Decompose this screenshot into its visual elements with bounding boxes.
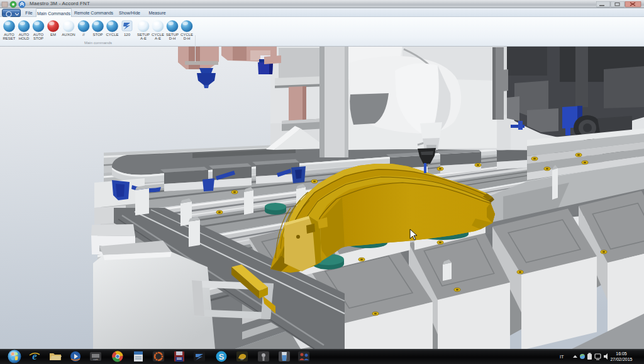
svg-text:GP: GP [240,358,244,361]
svg-text:AUTO: AUTO [4,33,14,37]
svg-text:A-E: A-E [140,37,147,40]
svg-text:S: S [219,352,225,361]
svg-text:STOP: STOP [33,37,43,40]
svg-text://: // [82,33,85,37]
svg-text:AUXON: AUXON [62,33,75,37]
svg-text:D-H: D-H [169,37,176,40]
svg-text:AUTO: AUTO [19,33,30,37]
svg-text:CYCLE: CYCLE [152,33,164,37]
svg-text:SETUP: SETUP [137,33,150,37]
svg-text:A-E: A-E [155,37,161,40]
svg-text:D-H: D-H [184,37,191,40]
svg-text:HOLD: HOLD [19,37,30,40]
svg-text:CYCLE: CYCLE [106,33,118,37]
svg-text:cam: cam [93,358,98,361]
svg-text:STOP: STOP [92,33,103,37]
svg-text:CYCLE: CYCLE [180,33,193,37]
svg-text:SETUP: SETUP [166,33,179,37]
svg-text:AUTO: AUTO [33,33,44,37]
svg-text:RESET: RESET [3,37,15,40]
svg-text:IT: IT [560,354,564,360]
svg-text:EM: EM [50,33,56,37]
svg-text:e: e [32,350,37,362]
svg-text:120: 120 [124,33,131,37]
